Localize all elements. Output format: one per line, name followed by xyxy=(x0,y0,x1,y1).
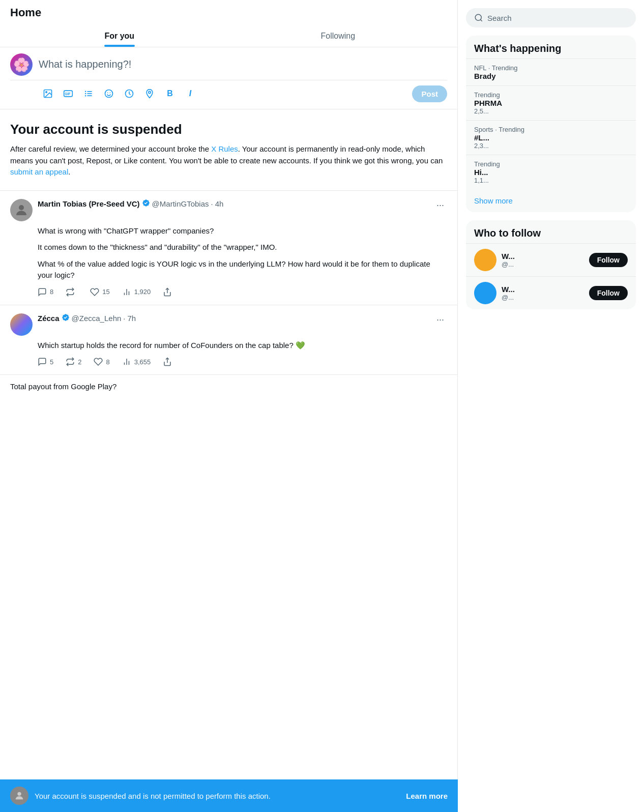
svg-point-25 xyxy=(475,14,481,20)
trend-count-2: 2,5... xyxy=(474,107,628,115)
who-item-1: W... @... Follow xyxy=(466,243,636,276)
right-sidebar: Search What's happening NFL · Trending B… xyxy=(458,0,644,812)
bottom-tweet: Total payout from Google Play? xyxy=(0,375,457,398)
gif-icon[interactable]: GIF xyxy=(59,84,77,103)
notif-avatar xyxy=(10,787,28,805)
svg-point-15 xyxy=(19,205,24,210)
tweet-content-2: Which startup holds the record for numbe… xyxy=(38,340,447,352)
retweet-action[interactable] xyxy=(66,287,78,297)
trend-category-4: Trending xyxy=(474,160,628,168)
tweet-handle: @MartinGTobias xyxy=(152,199,209,208)
tweet-author-name: Martin Tobias (Pre-Seed VC) xyxy=(38,199,140,208)
emoji-icon[interactable] xyxy=(100,84,118,103)
tweet-header: Martin Tobias (Pre-Seed VC) @MartinGTobi… xyxy=(10,199,447,221)
search-bar[interactable]: Search xyxy=(466,8,636,27)
svg-line-26 xyxy=(480,19,482,21)
tab-for-you[interactable]: For you xyxy=(10,23,229,47)
italic-icon[interactable]: I xyxy=(181,84,199,103)
views-action-2[interactable]: 3,655 xyxy=(122,357,151,366)
trend-item-sports[interactable]: Sports · Trending #L... 2,3... xyxy=(466,120,636,155)
tweet-time: · xyxy=(211,199,213,208)
schedule-icon[interactable] xyxy=(120,84,138,103)
who-avatar-1 xyxy=(474,249,496,271)
like-action[interactable]: 15 xyxy=(90,287,109,297)
list-icon[interactable] xyxy=(79,84,98,103)
who-item-2: W... @... Follow xyxy=(466,276,636,309)
views-count: 1,920 xyxy=(134,288,151,296)
who-to-follow-box: Who to follow W... @... Follow W... @...… xyxy=(466,220,636,309)
verified-icon-2 xyxy=(62,313,70,323)
like-action-2[interactable]: 8 xyxy=(94,357,109,366)
search-placeholder: Search xyxy=(487,14,512,22)
user-avatar: 🌸 xyxy=(10,53,33,76)
retweet-action-2[interactable]: 2 xyxy=(66,357,81,366)
show-more-trends[interactable]: Show more xyxy=(466,189,636,212)
tweet-card[interactable]: Martin Tobias (Pre-Seed VC) @MartinGTobi… xyxy=(0,191,457,305)
search-icon xyxy=(474,13,483,22)
views-count-2: 3,655 xyxy=(134,358,151,366)
notification-text: Your account is suspended and is not per… xyxy=(35,792,400,800)
like-count: 15 xyxy=(102,288,109,296)
trends-box: What's happening NFL · Trending Brady Tr… xyxy=(466,36,636,212)
tweet-time-val-2: 7h xyxy=(128,314,136,323)
comment-action-2[interactable]: 5 xyxy=(38,357,53,366)
follow-button-1[interactable]: Follow xyxy=(589,253,628,267)
svg-point-4 xyxy=(85,91,86,93)
appeal-link[interactable]: submit an appeal xyxy=(10,167,68,176)
share-action[interactable] xyxy=(163,287,172,297)
tweet-handle-2: @Zecca_Lehn xyxy=(72,314,122,323)
trend-category-3: Sports · Trending xyxy=(474,126,628,133)
who-info-2: W... @... xyxy=(502,285,584,301)
main-column: Home For you Following 🌸 What is happeni… xyxy=(0,0,458,812)
tweet-meta-2: Zécca @Zecca_Lehn · 7h xyxy=(38,313,428,323)
follow-button-2[interactable]: Follow xyxy=(589,286,628,300)
svg-point-6 xyxy=(85,93,86,95)
comment-count-2: 5 xyxy=(50,358,53,366)
post-button[interactable]: Post xyxy=(412,85,447,102)
tweet-content: What is wrong with "ChatGPT wrapper" com… xyxy=(38,225,447,281)
trend-item-nfl[interactable]: NFL · Trending Brady xyxy=(466,59,636,85)
compose-row: 🌸 What is happening?! xyxy=(10,53,447,76)
tweet-more-button-2[interactable]: ··· xyxy=(433,313,447,326)
x-rules-link[interactable]: X Rules xyxy=(211,144,238,153)
trend-item-phrma[interactable]: Trending PHRMA 2,5... xyxy=(466,85,636,120)
svg-text:GIF: GIF xyxy=(65,92,70,96)
trend-count-3: 2,3... xyxy=(474,142,628,150)
notification-bar: Your account is suspended and is not per… xyxy=(0,779,458,812)
tweet-card-2[interactable]: Zécca @Zecca_Lehn · 7h ··· Which startup… xyxy=(0,305,457,375)
compose-input[interactable]: What is happening?! xyxy=(39,53,447,70)
tweet-name-row-2: Zécca @Zecca_Lehn · 7h xyxy=(38,313,428,323)
image-icon[interactable] xyxy=(39,84,57,103)
trend-name: Brady xyxy=(474,72,628,80)
svg-point-1 xyxy=(46,92,47,93)
views-action[interactable]: 1,920 xyxy=(122,287,151,297)
verified-icon xyxy=(142,199,150,209)
tweet-avatar-martin xyxy=(10,199,33,221)
trend-category-2: Trending xyxy=(474,91,628,99)
tweet-name-row: Martin Tobias (Pre-Seed VC) @MartinGTobi… xyxy=(38,199,428,209)
page-title: Home xyxy=(10,6,447,23)
svg-point-10 xyxy=(105,90,113,98)
svg-point-14 xyxy=(149,91,151,93)
tweet-more-button[interactable]: ··· xyxy=(433,199,447,212)
svg-point-24 xyxy=(17,792,21,796)
svg-point-12 xyxy=(110,93,111,94)
location-icon[interactable] xyxy=(140,84,159,103)
header: Home For you Following xyxy=(0,0,457,47)
trend-item-hi[interactable]: Trending Hi... 1,1... xyxy=(466,155,636,189)
who-to-follow-title: Who to follow xyxy=(466,220,636,243)
trend-name-3: #L... xyxy=(474,133,628,142)
tab-following[interactable]: Following xyxy=(229,23,448,47)
compose-area: 🌸 What is happening?! GIF xyxy=(0,47,457,109)
bold-icon[interactable]: B xyxy=(161,84,179,103)
feed-tabs: For you Following xyxy=(10,23,447,47)
who-avatar-2 xyxy=(474,282,496,304)
trend-category: NFL · Trending xyxy=(474,64,628,72)
tweet-author-name-2: Zécca xyxy=(38,314,60,323)
share-action-2[interactable] xyxy=(163,357,172,366)
suspension-title: Your account is suspended xyxy=(10,122,447,137)
comment-action[interactable]: 8 xyxy=(38,287,53,297)
who-handle-2: @... xyxy=(502,294,584,301)
learn-more-button[interactable]: Learn more xyxy=(406,792,448,800)
who-info-1: W... @... xyxy=(502,252,584,268)
